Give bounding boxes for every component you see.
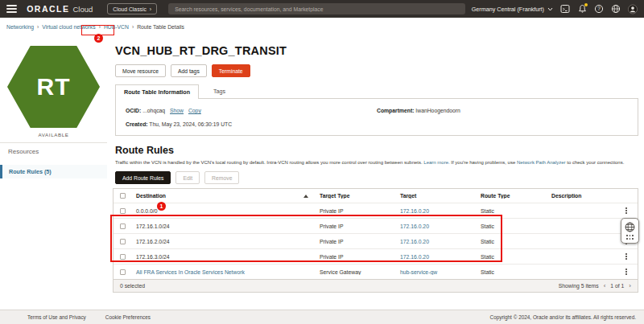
compartment-label: Compartment: — [377, 108, 414, 113]
column-header-description: Description — [548, 193, 615, 199]
hamburger-menu-icon[interactable] — [6, 5, 17, 13]
drag-handle-dots-icon — [626, 235, 634, 239]
oracle-wordmark: ORACLE — [27, 4, 69, 14]
breadcrumb-separator: › — [37, 24, 39, 30]
breadcrumb-separator: › — [99, 24, 101, 30]
route-table-status-hexagon: RT — [7, 46, 100, 128]
cloud-classic-button[interactable]: Cloud Classic › — [107, 3, 157, 14]
route-type-value: Static — [477, 254, 548, 260]
resources-heading: Resources — [8, 148, 39, 155]
route-rules-actions: Add Route Rules Edit Remove — [115, 171, 239, 184]
copyright-text: Copyright © 2024, Oracle and/or its affi… — [490, 314, 636, 320]
target-link[interactable]: 172.16.0.20 — [400, 239, 429, 244]
region-selector[interactable]: Germany Central (Frankfurt) — [472, 6, 553, 13]
breadcrumb-current-page: Route Table Details — [137, 24, 184, 30]
move-resource-button[interactable]: Move resource — [115, 64, 166, 77]
language-globe-icon[interactable] — [611, 4, 621, 14]
add-tags-button[interactable]: Add tags — [171, 64, 207, 77]
table-header-row: Destination Target Type Target Route Typ… — [114, 189, 638, 203]
ocid-show-link[interactable]: Show — [170, 108, 184, 113]
topbar-right-group: Germany Central (Frankfurt) ? — [472, 4, 638, 14]
select-all-checkbox[interactable] — [120, 193, 126, 199]
table-row: All FRA Services In Oracle Services Netw… — [114, 264, 638, 279]
selected-count: 0 selected — [120, 283, 145, 289]
tab-route-table-information[interactable]: Route Table Information — [115, 84, 199, 99]
description-text: If you're having problems, use — [450, 160, 517, 165]
target-link[interactable]: hub-service-gw — [400, 269, 437, 275]
created-label: Created: — [126, 121, 148, 127]
annotation-callout-2: 2 — [94, 34, 103, 43]
column-label: Destination — [136, 193, 166, 199]
ocid-copy-link[interactable]: Copy — [188, 108, 201, 113]
kebab-menu-icon[interactable] — [624, 252, 629, 261]
floating-extension-widget[interactable] — [621, 218, 639, 244]
target-type-value: Private IP — [316, 239, 397, 244]
chevron-right-icon: › — [150, 6, 151, 12]
pagination-prev-icon[interactable]: ‹ — [604, 282, 606, 289]
globe-grid-icon — [625, 222, 635, 232]
row-checkbox[interactable] — [120, 208, 126, 214]
table-row: 172.16.2.0/24 Private IP 172.16.0.20 Sta… — [114, 233, 638, 248]
ocid-label: OCID: — [126, 108, 141, 113]
breadcrumb-hub-vcn[interactable]: HUB-VCN — [104, 24, 129, 30]
table-row: 0.0.0.0/0 Private IP 172.16.0.20 Static — [114, 203, 638, 218]
cloud-classic-label: Cloud Classic — [113, 6, 147, 12]
row-checkbox[interactable] — [120, 269, 126, 275]
route-table-abbr: RT — [37, 73, 71, 100]
showing-items-text: Showing 5 items — [559, 283, 599, 289]
terminate-button[interactable]: Terminate — [212, 64, 250, 77]
route-type-value: Static — [477, 269, 548, 275]
pagination-next-icon[interactable]: › — [629, 282, 631, 289]
breadcrumb-networking[interactable]: Networking — [6, 24, 34, 30]
oracle-cloud-logo[interactable]: ORACLE Cloud — [27, 4, 93, 14]
notification-badge — [584, 3, 588, 6]
row-checkbox[interactable] — [120, 254, 126, 260]
destination-link[interactable]: All FRA Services In Oracle Services Netw… — [136, 269, 245, 275]
remove-button[interactable]: Remove — [204, 171, 239, 184]
sidebar-item-route-rules[interactable]: Route Rules (5) — [0, 165, 107, 178]
route-rules-description: Traffic within the VCN is handled by the… — [115, 160, 638, 165]
row-checkbox[interactable] — [120, 239, 126, 244]
chevron-down-icon — [547, 7, 553, 11]
learn-more-link[interactable]: Learn more. — [423, 160, 449, 165]
cookie-preferences-link[interactable]: Cookie Preferences — [105, 314, 151, 320]
sidebar-item-label: Route Rules (5) — [9, 168, 52, 175]
table-footer: 0 selected Showing 5 items ‹ 1 of 1 › — [114, 279, 638, 292]
column-header-target: Target — [397, 193, 477, 199]
route-type-value: Static — [477, 224, 548, 229]
route-type-value: Static — [477, 239, 548, 244]
target-type-value: Private IP — [316, 224, 397, 229]
add-route-rules-button[interactable]: Add Route Rules — [115, 171, 171, 184]
search-input[interactable] — [168, 3, 465, 14]
route-table-information-panel: OCID: ...ohqcaq Show Copy Created: Thu, … — [115, 98, 638, 136]
edit-button[interactable]: Edit — [175, 171, 200, 184]
kebab-menu-icon[interactable] — [624, 206, 629, 215]
ocid-value: ...ohqcaq — [142, 108, 165, 113]
target-type-value: Service Gateway — [316, 269, 397, 275]
help-icon[interactable]: ? — [594, 4, 604, 14]
target-link[interactable]: 172.16.0.20 — [400, 254, 429, 260]
target-type-value: Private IP — [316, 254, 397, 260]
tab-tags[interactable]: Tags — [213, 84, 225, 98]
developer-tools-icon[interactable] — [560, 4, 570, 14]
kebab-menu-icon[interactable] — [624, 267, 629, 277]
compartment-value: IwanHoogendoorn — [415, 108, 460, 113]
created-value: Thu, May 23, 2024, 06:30:19 UTC — [149, 121, 232, 127]
breadcrumb-separator: › — [132, 24, 134, 30]
network-path-analyzer-link[interactable]: Network Path Analyzer — [517, 160, 566, 165]
column-header-destination[interactable]: Destination — [133, 193, 316, 199]
terms-link[interactable]: Terms of Use and Privacy — [27, 314, 86, 320]
target-link[interactable]: 172.16.0.20 — [400, 224, 429, 229]
target-type-value: Private IP — [316, 208, 397, 214]
breadcrumb-virtual-cloud-networks[interactable]: Virtual cloud networks — [42, 24, 95, 30]
row-checkbox[interactable] — [120, 224, 126, 229]
route-rules-heading: Route Rules — [115, 145, 174, 156]
page-indicator: 1 of 1 — [610, 283, 624, 289]
status-label: AVAILABLE — [0, 132, 107, 137]
target-link[interactable]: 172.16.0.20 — [400, 208, 429, 214]
top-navigation-bar: ORACLE Cloud Cloud Classic › Germany Cen… — [0, 0, 644, 18]
cloud-wordmark: Cloud — [72, 5, 93, 14]
user-avatar-icon[interactable] — [628, 4, 638, 14]
svg-text:?: ? — [597, 6, 601, 11]
notifications-bell-icon[interactable] — [577, 4, 587, 14]
